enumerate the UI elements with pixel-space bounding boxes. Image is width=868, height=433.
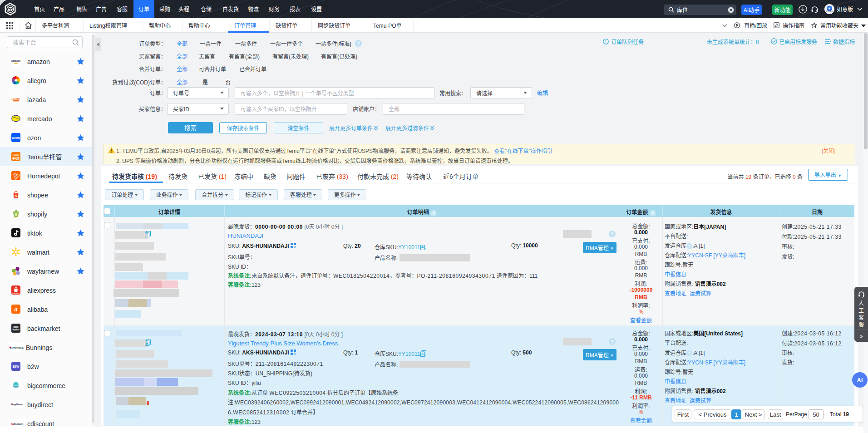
svg-text:AliExpress: AliExpress [12, 293, 20, 295]
svg-text:S: S [15, 213, 17, 216]
svg-text:B2W: B2W [13, 365, 20, 368]
svg-text:BuyDirect: BuyDirect [11, 403, 24, 406]
svg-text:半托管: 半托管 [12, 157, 20, 160]
svg-text:OZON: OZON [12, 137, 20, 139]
svg-text:LAZADA: LAZADA [12, 98, 20, 100]
svg-text:Market: Market [13, 329, 20, 331]
svg-text:GOODCANG: GOODCANG [826, 10, 833, 12]
svg-text:Amazon: Amazon [11, 59, 20, 62]
svg-text:Back: Back [14, 326, 19, 328]
svg-text:BUNNINGS: BUNNINGS [10, 346, 24, 349]
svg-text:S: S [15, 194, 17, 198]
svg-text:Cdiscount: Cdiscount [11, 423, 24, 425]
svg-text:TEMU: TEMU [12, 153, 20, 156]
svg-text:a: a [15, 306, 18, 313]
